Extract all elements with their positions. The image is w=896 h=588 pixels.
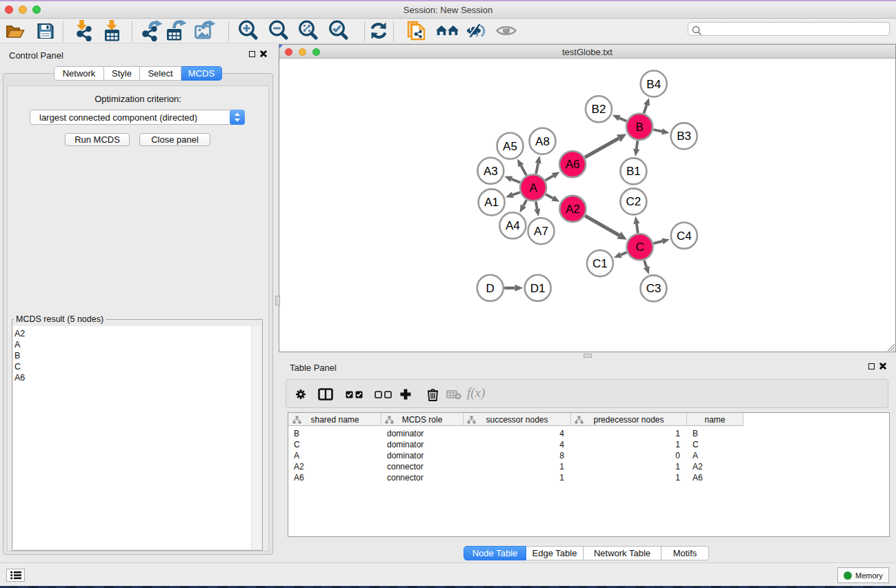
svg-text:A3: A3 <box>484 165 498 178</box>
svg-text:A: A <box>529 181 537 194</box>
svg-text:A8: A8 <box>535 135 550 148</box>
svg-text:C1: C1 <box>593 257 608 270</box>
svg-text:A4: A4 <box>506 219 520 232</box>
svg-text:B4: B4 <box>646 78 661 91</box>
svg-text:C4: C4 <box>677 230 692 243</box>
svg-text:A1: A1 <box>484 196 499 209</box>
svg-text:C2: C2 <box>626 195 641 208</box>
svg-text:B: B <box>635 121 643 134</box>
svg-text:A2: A2 <box>566 203 580 216</box>
svg-text:C: C <box>635 241 644 254</box>
svg-text:D1: D1 <box>530 282 546 295</box>
svg-text:D: D <box>486 282 495 295</box>
svg-text:A7: A7 <box>534 225 548 238</box>
svg-text:A5: A5 <box>503 140 517 153</box>
svg-text:A6: A6 <box>566 158 580 171</box>
svg-text:C3: C3 <box>646 282 661 295</box>
svg-text:B2: B2 <box>592 103 606 116</box>
svg-text:B1: B1 <box>626 165 641 178</box>
svg-text:B3: B3 <box>677 130 691 143</box>
